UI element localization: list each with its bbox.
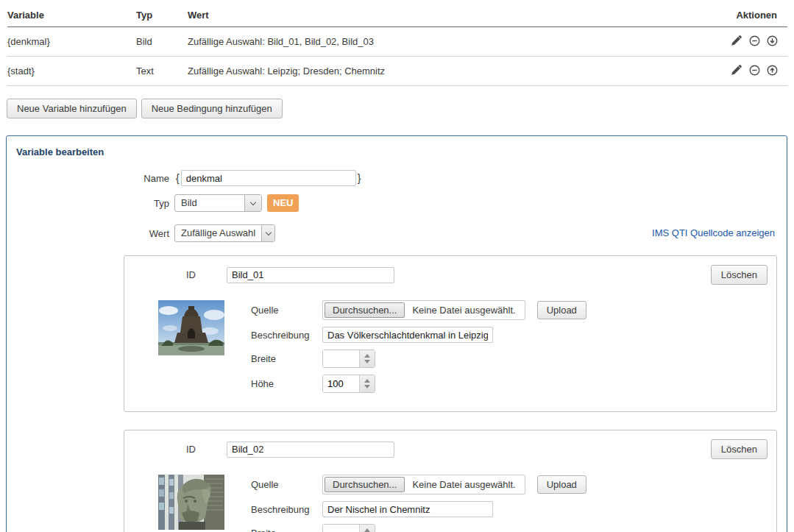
breite-stepper[interactable] xyxy=(322,350,375,368)
neu-badge: NEU xyxy=(267,194,299,212)
remove-minus-circle-icon[interactable] xyxy=(748,64,761,77)
file-input[interactable]: Durchsuchen... Keine Datei ausgewählt. xyxy=(322,475,525,494)
hoehe-stepper[interactable] xyxy=(322,375,375,393)
name-input[interactable] xyxy=(181,170,356,186)
stepper-buttons[interactable] xyxy=(359,350,375,367)
cell-variable: {stadt} xyxy=(7,59,136,83)
remove-minus-circle-icon[interactable] xyxy=(748,35,761,47)
quelle-label: Quelle xyxy=(251,305,322,316)
variables-table-header: Variable Typ Wert Aktionen xyxy=(7,3,787,27)
close-brace: } xyxy=(356,172,363,184)
hoehe-input[interactable] xyxy=(323,375,359,392)
edit-pencil-icon[interactable] xyxy=(730,34,743,47)
cell-variable: {denkmal} xyxy=(7,29,136,54)
typ-select-value: Bild xyxy=(175,195,244,211)
step-up-icon[interactable] xyxy=(364,528,370,532)
wert-label: Wert xyxy=(16,228,169,239)
beschreibung-input[interactable] xyxy=(322,327,493,343)
beschreibung-input[interactable] xyxy=(322,501,493,517)
qti-source-link[interactable]: IMS QTI Quellcode anzeigen xyxy=(652,227,775,238)
image-card-bild-01: ID Löschen xyxy=(124,255,777,412)
hoehe-label: Höhe xyxy=(251,378,322,389)
id-label: ID xyxy=(186,269,227,280)
wert-select-value: Zufällige Auswahl xyxy=(175,225,261,241)
quelle-label: Quelle xyxy=(251,479,322,490)
col-header-wert: Wert xyxy=(188,3,692,26)
name-label: Name xyxy=(16,173,169,184)
col-header-variable: Variable xyxy=(7,3,136,26)
move-down-circle-icon[interactable] xyxy=(766,35,779,47)
breite-input[interactable] xyxy=(323,525,359,532)
file-input[interactable]: Durchsuchen... Keine Datei ausgewählt. xyxy=(322,300,525,320)
table-row-denkmal: {denkmal} Bild Zufällige Auswahl: Bild_0… xyxy=(7,27,787,57)
breite-label: Breite xyxy=(251,528,322,532)
stepper-buttons[interactable] xyxy=(359,525,375,532)
browse-button[interactable]: Durchsuchen... xyxy=(325,477,405,492)
cell-wert: Zufällige Auswahl: Leipzig; Dresden; Che… xyxy=(188,59,692,83)
col-header-aktionen: Aktionen xyxy=(692,3,787,26)
karl-marx-monument-image-chemnitz xyxy=(158,475,224,530)
breite-label: Breite xyxy=(251,353,322,364)
typ-select[interactable]: Bild xyxy=(174,194,262,212)
variables-table: Variable Typ Wert Aktionen {denkmal} Bil… xyxy=(7,3,787,86)
open-brace: { xyxy=(174,172,181,184)
panel-title: Variable bearbeiten xyxy=(16,145,777,157)
typ-label: Typ xyxy=(16,198,169,209)
table-row-stadt: {stadt} Text Zufällige Auswahl: Leipzig;… xyxy=(7,57,787,86)
step-down-icon[interactable] xyxy=(364,385,370,389)
beschreibung-label: Beschreibung xyxy=(251,330,322,341)
add-condition-button[interactable]: Neue Bedingung hinzufügen xyxy=(141,99,283,118)
beschreibung-label: Beschreibung xyxy=(251,504,322,515)
cell-wert: Zufällige Auswahl: Bild_01, Bild_02, Bil… xyxy=(188,29,692,54)
monument-image-leipzig xyxy=(158,300,224,355)
no-file-text: Keine Datei ausgewählt. xyxy=(406,305,524,316)
chevron-down-icon xyxy=(261,225,274,241)
stepper-buttons[interactable] xyxy=(359,375,375,392)
breite-stepper[interactable] xyxy=(322,524,375,532)
cell-typ: Bild xyxy=(136,29,188,54)
variable-editor-page: { "colors": { "link_blue": "#2257a8", "b… xyxy=(0,0,794,532)
wert-select[interactable]: Zufällige Auswahl xyxy=(174,224,275,242)
step-up-icon[interactable] xyxy=(364,354,370,358)
edit-pencil-icon[interactable] xyxy=(730,63,743,77)
id-label: ID xyxy=(186,444,227,455)
col-header-typ: Typ xyxy=(136,3,188,26)
cell-typ: Text xyxy=(136,59,188,83)
step-up-icon[interactable] xyxy=(364,379,370,383)
no-file-text: Keine Datei ausgewählt. xyxy=(406,479,524,490)
id-input[interactable] xyxy=(227,267,394,283)
add-variable-button[interactable]: Neue Variable hinzufügen xyxy=(7,99,137,118)
step-down-icon[interactable] xyxy=(364,360,370,363)
browse-button[interactable]: Durchsuchen... xyxy=(325,302,405,318)
breite-input[interactable] xyxy=(323,350,359,367)
move-up-circle-icon[interactable] xyxy=(766,64,779,77)
image-card-bild-02: ID Löschen xyxy=(124,430,777,532)
upload-button[interactable]: Upload xyxy=(537,475,586,494)
delete-button[interactable]: Löschen xyxy=(711,439,768,459)
toolbar: Neue Variable hinzufügen Neue Bedingung … xyxy=(7,99,794,118)
chevron-down-icon xyxy=(244,195,261,211)
id-input[interactable] xyxy=(227,441,394,458)
variable-editor-panel: Variable bearbeiten Name { } Typ Bild NE… xyxy=(6,135,787,532)
delete-button[interactable]: Löschen xyxy=(711,265,768,285)
upload-button[interactable]: Upload xyxy=(537,301,586,319)
